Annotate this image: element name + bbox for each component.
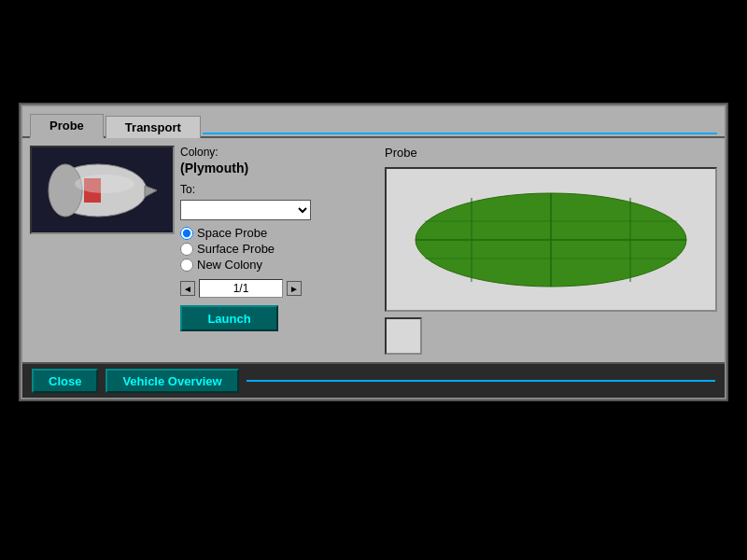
launch-button[interactable]: Launch xyxy=(180,305,278,331)
bottom-line xyxy=(247,380,715,382)
radio-space-probe-input[interactable] xyxy=(180,227,193,240)
svg-point-1 xyxy=(49,164,82,217)
tab-probe[interactable]: Probe xyxy=(30,114,104,138)
colony-name: (Plymouth) xyxy=(180,161,311,175)
probe-image xyxy=(30,146,175,234)
svg-marker-4 xyxy=(145,186,157,197)
probe-display-title: Probe xyxy=(385,146,717,160)
radio-surface-probe-input[interactable] xyxy=(180,243,193,256)
radio-new-colony-label: New Colony xyxy=(197,258,262,272)
left-section: Colony: (Plymouth) To: Space Probe xyxy=(30,146,375,355)
tab-bar: Probe Transport xyxy=(22,106,725,138)
controls-col: Colony: (Plymouth) To: Space Probe xyxy=(180,146,311,355)
vehicle-overview-button[interactable]: Vehicle Overview xyxy=(106,369,238,393)
content-area: Colony: (Plymouth) To: Space Probe xyxy=(22,138,725,362)
dialog: Probe Transport xyxy=(19,103,728,401)
svg-point-3 xyxy=(75,175,134,193)
radio-group: Space Probe Surface Probe New Colony xyxy=(180,226,311,272)
dropdown-row xyxy=(180,200,311,220)
colony-label: Colony: xyxy=(180,146,311,159)
nav-right-arrow[interactable]: ► xyxy=(287,281,302,296)
radio-space-probe[interactable]: Space Probe xyxy=(180,226,311,240)
radio-new-colony[interactable]: New Colony xyxy=(180,258,311,272)
radio-space-probe-label: Space Probe xyxy=(197,226,267,240)
tab-line xyxy=(203,133,717,134)
tab-transport[interactable]: Transport xyxy=(106,116,201,138)
radio-surface-probe-label: Surface Probe xyxy=(197,242,275,256)
nav-left-arrow[interactable]: ◄ xyxy=(180,281,195,296)
bottom-bar: Close Vehicle Overview xyxy=(22,362,725,398)
nav-row: ◄ ► xyxy=(180,279,311,298)
close-button[interactable]: Close xyxy=(32,369,98,393)
probe-display-area xyxy=(385,167,717,312)
radio-surface-probe[interactable]: Surface Probe xyxy=(180,242,311,256)
probe-small-display xyxy=(385,317,422,355)
radio-new-colony-input[interactable] xyxy=(180,259,193,272)
nav-counter[interactable] xyxy=(199,279,283,298)
right-panel: Probe xyxy=(385,146,717,355)
to-label: To: xyxy=(180,183,311,196)
dialog-inner: Probe Transport xyxy=(21,105,726,399)
to-dropdown[interactable] xyxy=(180,200,311,220)
